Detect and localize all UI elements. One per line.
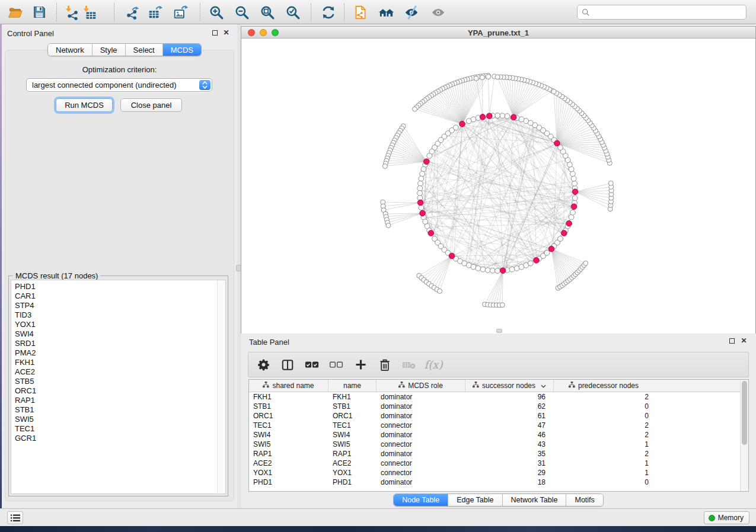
task-history-list-icon[interactable] bbox=[7, 511, 23, 524]
table-cell: dominator bbox=[377, 393, 465, 401]
share-document-icon[interactable] bbox=[352, 4, 368, 20]
open-session-icon[interactable] bbox=[7, 4, 23, 20]
network-view-window: YPA_prune.txt_1 bbox=[241, 26, 756, 334]
table-row[interactable]: TEC1TEC1connector472 bbox=[249, 421, 741, 430]
table-row[interactable]: PHD1PHD1dominator180 bbox=[249, 477, 741, 487]
home-pages-icon[interactable] bbox=[378, 4, 394, 20]
table-settings-gear-icon[interactable] bbox=[256, 358, 270, 372]
mcds-result-item[interactable]: CAR1 bbox=[11, 291, 225, 301]
table-row[interactable]: STB1STB1dominator620 bbox=[249, 402, 741, 411]
optimization-criterion-dropdown[interactable]: largest connected component (undirected) bbox=[26, 78, 212, 92]
table-cell: SWI5 bbox=[249, 440, 328, 448]
table-row[interactable]: RAP1RAP1dominator352 bbox=[249, 449, 741, 459]
maximize-window-icon[interactable] bbox=[272, 29, 279, 36]
tab-node-table[interactable]: Node Table bbox=[394, 494, 448, 506]
zoom-selected-icon[interactable] bbox=[285, 4, 301, 20]
close-panel-icon[interactable]: ✕ bbox=[222, 29, 230, 37]
import-network-icon[interactable] bbox=[63, 4, 79, 20]
export-image-icon[interactable] bbox=[173, 4, 189, 20]
node-table: shared namenameMCDS rolesuccessor nodesp… bbox=[248, 379, 749, 492]
run-mcds-button[interactable]: Run MCDS bbox=[56, 98, 113, 112]
close-window-icon[interactable] bbox=[248, 29, 255, 36]
float-panel-icon[interactable] bbox=[211, 29, 219, 37]
tab-style[interactable]: Style bbox=[92, 44, 126, 56]
table-cell: 0 bbox=[554, 478, 653, 486]
import-table-icon[interactable] bbox=[81, 4, 97, 20]
select-all-icon[interactable] bbox=[305, 358, 319, 372]
search-field[interactable] bbox=[590, 8, 746, 17]
table-scrollbar[interactable] bbox=[740, 380, 748, 491]
mcds-result-item[interactable]: TID3 bbox=[11, 310, 225, 320]
mcds-result-item[interactable]: RAP1 bbox=[11, 396, 225, 405]
mcds-result-item[interactable]: SWI5 bbox=[11, 415, 225, 424]
attribute-type-icon bbox=[569, 382, 575, 390]
table-row[interactable]: SWI5SWI5connector431 bbox=[249, 440, 741, 449]
horizontal-splitter-grip[interactable] bbox=[496, 329, 502, 333]
hide-glasses-icon[interactable] bbox=[403, 4, 419, 20]
show-columns-icon[interactable] bbox=[280, 358, 295, 372]
status-bar: Memory bbox=[0, 508, 756, 526]
tab-select[interactable]: Select bbox=[126, 44, 163, 56]
mcds-result-item[interactable]: PHD1 bbox=[11, 282, 225, 291]
tab-network-table[interactable]: Network Table bbox=[503, 494, 567, 506]
optimization-criterion-label: Optimization criterion: bbox=[2, 65, 237, 74]
add-column-icon[interactable] bbox=[353, 358, 368, 372]
show-eye-icon[interactable] bbox=[430, 4, 446, 20]
desktop-wallpaper-bottom bbox=[0, 526, 756, 532]
search-input[interactable] bbox=[577, 5, 747, 20]
table-row[interactable]: ORC1ORC1dominator610 bbox=[249, 411, 741, 421]
delete-column-trash-icon[interactable] bbox=[378, 358, 392, 372]
mcds-result-item[interactable]: TEC1 bbox=[11, 424, 225, 434]
mcds-result-item[interactable]: STP4 bbox=[11, 301, 225, 310]
table-cell: 1 bbox=[554, 459, 653, 467]
mcds-result-item[interactable]: SWI4 bbox=[11, 329, 225, 339]
close-table-panel-icon[interactable]: ✕ bbox=[740, 337, 748, 345]
table-cell: 61 bbox=[465, 412, 554, 420]
save-session-icon[interactable] bbox=[31, 4, 47, 20]
refresh-layout-icon[interactable] bbox=[320, 4, 336, 20]
tab-edge-table[interactable]: Edge Table bbox=[448, 494, 502, 506]
mcds-result-item[interactable]: STB5 bbox=[11, 377, 225, 386]
column-header-shared-name[interactable]: shared name bbox=[249, 380, 328, 392]
mcds-result-item[interactable]: SRD1 bbox=[11, 339, 225, 348]
mcds-result-item[interactable]: ACE2 bbox=[11, 367, 225, 377]
mcds-result-item[interactable]: PMA2 bbox=[11, 348, 225, 358]
network-graph[interactable] bbox=[241, 39, 755, 334]
column-header-successor-nodes[interactable]: successor nodes bbox=[465, 380, 554, 392]
zoom-out-icon[interactable] bbox=[234, 4, 250, 20]
network-window-titlebar[interactable]: YPA_prune.txt_1 bbox=[241, 27, 755, 39]
export-network-icon[interactable] bbox=[124, 4, 140, 20]
column-header-predecessor-nodes[interactable]: predecessor nodes bbox=[554, 380, 653, 392]
close-panel-button[interactable]: Close panel bbox=[120, 98, 182, 112]
table-scrollbar-thumb[interactable] bbox=[742, 381, 747, 445]
zoom-fit-icon[interactable] bbox=[259, 4, 275, 20]
table-row[interactable]: SWI4SWI4dominator462 bbox=[249, 430, 741, 440]
table-row[interactable]: FKH1FKH1dominator962 bbox=[249, 392, 741, 402]
zoom-in-icon[interactable] bbox=[208, 4, 224, 20]
mcds-result-item[interactable]: FKH1 bbox=[11, 358, 225, 367]
column-header-name[interactable]: name bbox=[328, 380, 377, 392]
table-row[interactable]: YOX1YOX1connector291 bbox=[249, 468, 741, 477]
float-table-panel-icon[interactable] bbox=[728, 337, 736, 345]
memory-button[interactable]: Memory bbox=[704, 511, 749, 524]
tab-mcds[interactable]: MCDS bbox=[163, 44, 201, 56]
table-cell: 18 bbox=[465, 478, 554, 486]
network-canvas[interactable] bbox=[241, 39, 755, 334]
table-row[interactable]: ACE2ACE2connector311 bbox=[249, 459, 741, 468]
mcds-result-item[interactable]: ORC1 bbox=[11, 386, 225, 396]
column-header-MCDS-role[interactable]: MCDS role bbox=[377, 380, 465, 392]
minimize-window-icon[interactable] bbox=[260, 29, 267, 36]
mcds-list-scrollbar[interactable] bbox=[217, 280, 225, 493]
export-table-icon[interactable] bbox=[147, 4, 163, 20]
table-cell: TEC1 bbox=[328, 421, 377, 430]
dropdown-stepper-icon[interactable] bbox=[199, 80, 210, 90]
deselect-all-icon[interactable] bbox=[329, 358, 343, 372]
mcds-result-item[interactable]: STB1 bbox=[11, 405, 225, 415]
mcds-result-item[interactable]: GCR1 bbox=[11, 434, 225, 443]
mcds-result-list[interactable]: PHD1CAR1STP4TID3YOX1SWI4SRD1PMA2FKH1ACE2… bbox=[11, 280, 226, 494]
tab-motifs[interactable]: Motifs bbox=[566, 494, 602, 506]
tab-network[interactable]: Network bbox=[48, 44, 92, 56]
table-cell: 29 bbox=[465, 469, 554, 477]
mcds-result-item[interactable]: YOX1 bbox=[11, 320, 225, 329]
attribute-type-icon bbox=[263, 382, 269, 390]
